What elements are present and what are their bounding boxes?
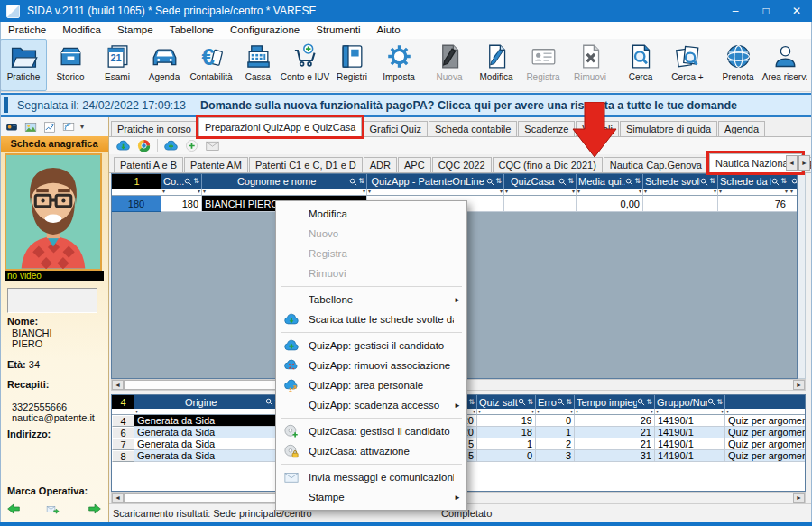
toolbar-pratiche[interactable]: Pratiche <box>0 39 47 91</box>
filter-cell[interactable]: ▾▾ <box>161 189 202 196</box>
filter-cell[interactable] <box>112 409 134 415</box>
table-cell[interactable]: 14190/1 <box>655 427 725 438</box>
subtab-nautica-cap-genova[interactable]: Nautica Cap.Genova <box>604 157 708 172</box>
filter-cell[interactable]: ▾▾ <box>725 409 806 415</box>
candidates-vertical-scrollbar[interactable] <box>798 173 806 379</box>
subtab-apc[interactable]: APC <box>398 157 431 172</box>
tab-scadenze[interactable]: Scadenze <box>518 121 575 136</box>
tab-scheda-contabile[interactable]: Scheda contabile <box>429 121 517 136</box>
table-cell[interactable]: Generata da Sida <box>134 427 283 438</box>
menubar-item-modifica[interactable]: Modifica <box>54 22 109 39</box>
cloud-download-icon[interactable] <box>115 138 131 153</box>
menu-item-tabellone[interactable]: Tabellone► <box>276 290 466 309</box>
menu-item-scarica-tutte-le-schede-svolte-dal-cloud[interactable]: Scarica tutte le schede svolte dal cloud <box>276 309 466 329</box>
table-cell[interactable]: 1 <box>536 427 575 438</box>
filter-cell[interactable]: ▾▾ <box>202 189 367 196</box>
circle-plus-icon[interactable] <box>184 138 199 153</box>
menu-item-quizapp-scadenza-accesso[interactable]: QuizApp: scadenza accesso► <box>276 395 466 415</box>
menubar-item-aiuto[interactable]: Aiuto <box>368 22 408 39</box>
subtab-cqc-fino-a-dic-2021[interactable]: CQC (fino a Dic 2021) <box>493 157 603 172</box>
menu-item-modifica[interactable]: Modifica <box>276 204 466 224</box>
filter-cell[interactable]: ▾▾ <box>477 409 536 415</box>
column-header-errori[interactable]: Errori⇅ <box>536 395 575 409</box>
row-number-cell[interactable]: 6 <box>112 427 134 438</box>
toolbar-prenota[interactable]: Prenota <box>715 39 761 91</box>
column-header-quiz-saltati[interactable]: Quiz saltati⇅ <box>477 395 536 409</box>
filter-cell[interactable] <box>112 189 161 196</box>
table-cell[interactable]: 18 <box>477 427 536 438</box>
column-header-quizcasa[interactable]: QuizCasa⇅ <box>504 174 577 189</box>
table-cell[interactable]: Quiz per argomento <box>725 438 806 450</box>
table-cell[interactable]: 26 <box>575 415 655 427</box>
toolbar-storico[interactable]: Storico <box>47 39 94 91</box>
filter-cell[interactable]: ▾▾ <box>789 189 798 196</box>
tab-simulatore-di-guida[interactable]: Simulatore di guida <box>620 121 717 136</box>
column-header-co[interactable]: Co...⇅ <box>161 174 202 189</box>
table-cell[interactable]: 21 <box>575 438 655 450</box>
toolbar-area-riserv[interactable]: Area riserv. <box>761 39 808 91</box>
table-cell[interactable]: 14190/1 <box>655 415 725 427</box>
subtab-patenti-c1-e-c-d1-e-d[interactable]: Patenti C1 e C, D1 e D <box>249 157 363 172</box>
tab-pratiche-in-corso[interactable]: Pratiche in corso <box>111 121 198 136</box>
scroll-left-arrow-icon[interactable]: ◄ <box>112 493 124 503</box>
table-cell[interactable]: Quiz per argomento <box>725 427 806 438</box>
table-cell[interactable]: Quiz per argomento <box>725 450 806 462</box>
tab-agenda[interactable]: Agenda <box>718 121 765 136</box>
table-cell[interactable] <box>504 196 577 212</box>
cloud-plus-icon[interactable] <box>163 138 179 153</box>
toolbar-esami[interactable]: 21Esami <box>94 39 141 91</box>
toolbar-cassa[interactable]: Cassa <box>235 39 281 91</box>
table-cell[interactable]: 14190/1 <box>655 438 725 450</box>
table-cell[interactable] <box>643 196 718 212</box>
menubar-item-stampe[interactable]: Stampe <box>109 22 161 39</box>
tab-grafici-quiz[interactable]: Grafici Quiz <box>363 121 427 136</box>
subtab-patenti-a-e-b[interactable]: Patenti A e B <box>114 157 183 172</box>
table-cell[interactable]: Quiz per argomenti d <box>725 415 806 427</box>
subtab-scroll-left-button[interactable]: ◄ <box>786 155 798 171</box>
filter-cell[interactable]: ▾▾ <box>718 189 789 196</box>
table-cell[interactable] <box>789 196 798 212</box>
scroll-left-arrow-icon[interactable]: ◄ <box>112 380 124 390</box>
column-header-tempo-impiegato[interactable]: Tempo impiegato⇅ <box>575 395 655 409</box>
tab-preparazioni-quizapp-e-quizcasa[interactable]: Preparazioni QuizApp e QuizCasa <box>198 117 363 136</box>
menubar-item-pratiche[interactable]: Pratiche <box>0 22 54 39</box>
toolbar-imposta[interactable]: Imposta <box>375 39 422 91</box>
notification-message[interactable]: Domande sulla nuova funzionalità pagoPA?… <box>200 99 737 112</box>
column-header-titolo[interactable]: Titolo⇅ <box>725 395 806 409</box>
row-number-cell[interactable]: 4 <box>112 415 134 427</box>
column-header-s[interactable]: S⇅ <box>789 174 798 189</box>
next-candidate-arrow-icon[interactable] <box>86 502 104 516</box>
filter-cell[interactable]: ▾▾ <box>536 409 575 415</box>
column-header-quizapp-patenteonline[interactable]: QuizApp - PatenteOnLine⇅ <box>367 174 504 189</box>
toolbar-modifica[interactable]: Modifica <box>473 39 520 91</box>
minimize-button[interactable]: – <box>720 0 751 22</box>
toolbar-agenda[interactable]: Agenda <box>141 39 188 91</box>
chevron-down-icon[interactable]: ▾ <box>80 123 84 131</box>
row-number-cell[interactable]: 8 <box>112 450 134 462</box>
filter-cell[interactable]: ▾▾ <box>643 189 718 196</box>
filter-cell[interactable]: ▾▾ <box>504 189 577 196</box>
menu-item-stampe[interactable]: Stampe► <box>276 487 466 507</box>
screencast-icon[interactable] <box>61 121 76 134</box>
previous-candidate-arrow-icon[interactable] <box>5 502 23 516</box>
chart-icon[interactable] <box>42 121 57 134</box>
filter-cell[interactable]: ▾▾ <box>134 409 283 415</box>
column-header-cognome-e-nome[interactable]: Cognome e nome⇅ <box>202 174 367 189</box>
menu-item-quizapp-area-personale[interactable]: QuizApp: area personale <box>276 375 466 395</box>
menu-item-quizapp-gestisci-il-candidato[interactable]: QuizApp: gestisci il candidato <box>276 336 466 355</box>
table-cell[interactable]: 0 <box>536 415 575 427</box>
toolbar-cerca[interactable]: Cerca + <box>664 39 711 91</box>
table-filter-row[interactable]: ▾▾▾▾▾▾▾▾▾▾▾▾▾▾▾▾ <box>112 189 797 196</box>
menubar-item-configurazione[interactable]: Configurazione <box>222 22 308 39</box>
column-header-gruppo-numero[interactable]: Gruppo/Numero⇅ <box>655 395 725 409</box>
row-number-cell[interactable]: 7 <box>112 438 134 450</box>
subtab-cqc-2022[interactable]: CQC 2022 <box>432 157 492 172</box>
column-header-schede-da-fare[interactable]: Schede da fare⇅ <box>718 174 789 189</box>
menubar-item-strumenti[interactable]: Strumenti <box>308 22 368 39</box>
toolbar-contabilit[interactable]: €Contabilità <box>188 39 235 91</box>
table-cell[interactable]: 31 <box>575 450 655 462</box>
column-header-schede-svolte[interactable]: Schede svolte⇅ <box>643 174 718 189</box>
table-cell[interactable]: Generata da Sida <box>134 450 283 462</box>
table-cell[interactable]: 19 <box>477 415 536 427</box>
mail-disabled-icon[interactable] <box>205 138 220 153</box>
